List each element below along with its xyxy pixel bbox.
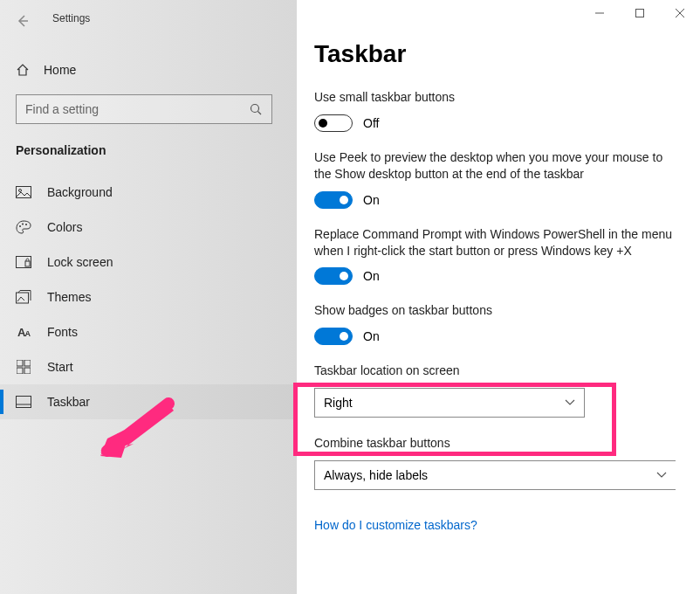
svg-rect-17 xyxy=(17,368,23,374)
home-icon xyxy=(16,63,30,77)
maximize-button[interactable] xyxy=(620,0,660,26)
picture-icon xyxy=(16,185,31,199)
themes-icon xyxy=(16,290,31,304)
sidebar-item-label: Fonts xyxy=(47,325,78,339)
toggle-state-text: On xyxy=(363,329,380,343)
sidebar-item-label: Background xyxy=(47,185,113,199)
search-input[interactable] xyxy=(16,94,272,124)
setting-label: Combine taskbar buttons xyxy=(314,435,676,452)
nav-list: Background Colors Lock screen Themes AA … xyxy=(0,175,297,419)
nav-home[interactable]: Home xyxy=(0,54,297,86)
app-title: Settings xyxy=(52,12,90,24)
sidebar-item-background[interactable]: Background xyxy=(0,175,297,210)
setting-taskbar-location: Taskbar location on screen Right xyxy=(314,363,676,418)
taskbar-icon xyxy=(16,395,31,409)
setting-label: Use small taskbar buttons xyxy=(314,89,676,106)
help-link[interactable]: How do I customize taskbars? xyxy=(314,518,477,532)
toggle-small-buttons[interactable] xyxy=(314,114,353,132)
minimize-button[interactable] xyxy=(580,0,620,26)
sidebar-item-label: Taskbar xyxy=(47,395,90,409)
sidebar-item-taskbar[interactable]: Taskbar xyxy=(0,384,297,419)
start-icon xyxy=(16,360,31,374)
category-header: Personalization xyxy=(0,124,297,166)
toggle-powershell[interactable] xyxy=(314,267,353,285)
setting-badges: Show badges on taskbar buttons On xyxy=(314,302,676,345)
sidebar-item-lock-screen[interactable]: Lock screen xyxy=(0,245,297,280)
toggle-peek[interactable] xyxy=(314,191,353,209)
search-icon xyxy=(249,102,263,116)
dropdown-value: Always, hide labels xyxy=(324,468,428,482)
back-button[interactable] xyxy=(3,7,42,35)
setting-label: Taskbar location on screen xyxy=(314,363,676,379)
svg-rect-18 xyxy=(24,368,31,374)
sidebar-item-colors[interactable]: Colors xyxy=(0,210,297,245)
dropdown-combine[interactable]: Always, hide labels xyxy=(314,460,676,490)
dropdown-value: Right xyxy=(324,396,353,410)
close-button[interactable] xyxy=(660,0,700,26)
toggle-state-text: Off xyxy=(363,116,379,130)
toggle-state-text: On xyxy=(363,193,380,207)
setting-powershell: Replace Command Prompt with Windows Powe… xyxy=(314,226,676,286)
sidebar-item-start[interactable]: Start xyxy=(0,349,297,384)
toggle-badges[interactable] xyxy=(314,328,353,345)
svg-rect-7 xyxy=(17,187,31,198)
svg-rect-15 xyxy=(17,360,23,366)
palette-icon xyxy=(16,220,31,234)
main-panel: Taskbar Use small taskbar buttons Off Us… xyxy=(297,0,700,594)
search-field[interactable] xyxy=(25,102,249,116)
toggle-state-text: On xyxy=(363,269,380,283)
svg-point-11 xyxy=(25,224,27,225)
sidebar-item-themes[interactable]: Themes xyxy=(0,280,297,314)
chevron-down-icon xyxy=(656,472,667,479)
svg-rect-1 xyxy=(636,10,644,17)
setting-small-buttons: Use small taskbar buttons Off xyxy=(314,89,676,132)
setting-peek: Use Peek to preview the desktop when you… xyxy=(314,149,676,209)
chevron-down-icon xyxy=(565,399,575,406)
titlebar-controls xyxy=(580,0,700,26)
page-title: Taskbar xyxy=(314,40,676,68)
dropdown-taskbar-location[interactable]: Right xyxy=(314,388,585,418)
nav-home-label: Home xyxy=(44,63,76,77)
svg-point-10 xyxy=(22,224,24,225)
setting-combine: Combine taskbar buttons Always, hide lab… xyxy=(314,435,676,490)
sidebar-item-label: Themes xyxy=(47,290,92,304)
setting-label: Replace Command Prompt with Windows Powe… xyxy=(314,226,676,259)
sidebar-item-fonts[interactable]: AA Fonts xyxy=(0,314,297,349)
svg-point-8 xyxy=(19,190,22,192)
sidebar: Settings Home Personalization Background… xyxy=(0,0,297,594)
svg-rect-19 xyxy=(17,397,31,408)
lock-screen-icon xyxy=(16,255,31,269)
sidebar-item-label: Colors xyxy=(47,220,82,234)
sidebar-item-label: Lock screen xyxy=(47,255,113,269)
svg-point-5 xyxy=(251,105,259,113)
svg-rect-16 xyxy=(24,360,31,366)
fonts-icon: AA xyxy=(16,325,31,339)
setting-label: Show badges on taskbar buttons xyxy=(314,302,676,319)
svg-rect-13 xyxy=(25,261,30,266)
svg-point-9 xyxy=(19,225,21,227)
sidebar-item-label: Start xyxy=(47,360,73,374)
setting-label: Use Peek to preview the desktop when you… xyxy=(314,149,676,183)
svg-line-6 xyxy=(258,112,262,115)
